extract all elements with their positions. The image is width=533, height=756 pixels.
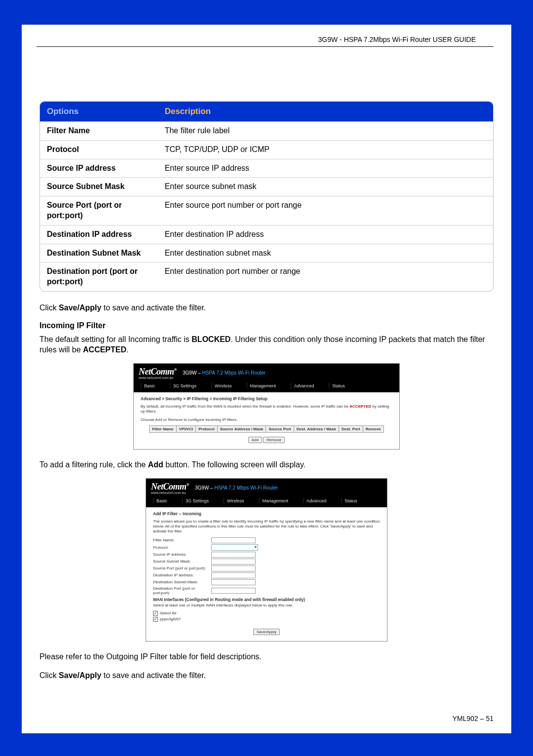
router-model-title: 3G9W – HSPA 7.2 Mbps Wi-Fi Router — [183, 370, 266, 376]
router-model-title: 3G9W – HSPA 7.2 Mbps Wi-Fi Router — [195, 485, 278, 491]
info-text-2: Choose Add or Remove to configure incomi… — [141, 417, 392, 422]
netcomm-logo: NetComm® — [151, 482, 189, 491]
save-apply-button[interactable]: Save/Apply — [253, 629, 280, 635]
nav-management[interactable]: Management — [247, 383, 276, 388]
row-filter-name: Filter Name: — [153, 537, 380, 543]
para-saveapply-1: Click Save/Apply to save and activate th… — [39, 302, 494, 313]
table-row: Source Subnet MaskEnter source subnet ma… — [40, 177, 493, 196]
nav-advanced[interactable]: Advanced — [291, 383, 314, 388]
source-mask-input[interactable] — [211, 559, 256, 565]
dest-port-input[interactable] — [211, 588, 256, 594]
para-saveapply-2: Click Save/Apply to save and activate th… — [39, 670, 494, 681]
page-header: 3G9W - HSPA 7.2Mbps Wi-Fi Router USER GU… — [37, 25, 494, 47]
table-row: Destination port (port or port:port)Ente… — [40, 262, 493, 291]
options-table: Options Description Filter NameThe filte… — [39, 101, 494, 292]
nav-status[interactable]: Status — [329, 383, 345, 388]
row-src-mask: Source Subnet Mask: — [153, 559, 380, 565]
row-src-port: Source Port (port or port:port): — [153, 566, 380, 571]
para-refer-outgoing: Please refer to the Outgoing IP Filter t… — [39, 651, 494, 662]
heading-incoming-ip-filter: Incoming IP Filter — [39, 321, 494, 330]
nav-3g-settings[interactable]: 3G Settings — [182, 498, 209, 503]
row-dst-port: Destination Port (port or port:port): — [153, 586, 380, 595]
para-incoming-desc: The default setting for all Incoming tra… — [39, 334, 494, 355]
filter-name-input[interactable] — [211, 537, 256, 543]
checkbox-select-all[interactable]: Select All — [153, 611, 380, 616]
para-add-rule: To add a filtering rule, click the Add b… — [39, 459, 494, 470]
table-row: Destination Subnet MaskEnter destination… — [40, 244, 493, 263]
breadcrumb-add: Add IP Filter -- Incoming — [153, 511, 380, 516]
protocol-select[interactable] — [211, 544, 258, 551]
row-src-ip: Source IP address: — [153, 552, 380, 558]
table-row: Destination IP addressEnter destination … — [40, 225, 493, 244]
wan-interfaces-sub: Select at least one or multiple WAN inte… — [153, 603, 380, 608]
filter-list-table: Filter Name VPI/VCI Protocol Source Addr… — [149, 425, 384, 433]
page-number: YML902 – 51 — [453, 715, 494, 722]
nav-management[interactable]: Management — [259, 498, 289, 503]
table-row: ProtocolTCP, TCP/UDP, UDP or ICMP — [40, 140, 493, 159]
table-row: Source Port (port or port:port)Enter sou… — [40, 196, 493, 225]
row-dst-mask: Destination Subnet Mask: — [153, 579, 380, 585]
dest-ip-input[interactable] — [211, 572, 256, 578]
source-port-input[interactable] — [211, 566, 256, 571]
nav-wireless[interactable]: Wireless — [224, 498, 244, 503]
nav-basic[interactable]: Basic — [153, 498, 167, 503]
checkbox-icon[interactable] — [153, 611, 158, 616]
info-text: By default, all incoming IP traffic from… — [141, 404, 392, 415]
breadcrumb: Advanced > Security > IP Filtering > Inc… — [141, 396, 392, 401]
nav-3g-settings[interactable]: 3G Settings — [170, 383, 196, 388]
netcomm-logo: NetComm® — [139, 367, 177, 377]
wan-interfaces-heading: WAN Interfaces (Configured in Routing mo… — [153, 597, 380, 602]
nav-basic[interactable]: Basic — [141, 383, 155, 388]
source-ip-input[interactable] — [211, 552, 256, 558]
table-row: Filter NameThe filter rule label — [40, 121, 493, 140]
row-dst-ip: Destination IP address: — [153, 572, 380, 578]
nav-wireless[interactable]: Wireless — [211, 383, 232, 388]
router-nav: Basic 3G Settings Wireless Management Ad… — [134, 380, 399, 392]
checkbox-interface[interactable]: pppo3g0/07 — [153, 617, 380, 622]
screenshot-add-filter: NetComm® www.netcomm.com.au 3G9W – HSPA … — [146, 478, 387, 642]
add-button[interactable]: Add — [248, 437, 262, 443]
table-row: Source IP addressEnter source IP address — [40, 159, 493, 178]
nav-advanced[interactable]: Advanced — [303, 498, 326, 503]
col-options: Options — [40, 102, 158, 121]
screenshot-incoming-setup: NetComm® www.netcomm.com.au 3G9W – HSPA … — [133, 363, 400, 450]
dest-mask-input[interactable] — [211, 579, 256, 585]
router-nav: Basic 3G Settings Wireless Management Ad… — [146, 495, 387, 507]
checkbox-icon[interactable] — [153, 617, 158, 622]
nav-status[interactable]: Status — [341, 498, 357, 503]
add-filter-desc: The screen allows you to create a filter… — [153, 519, 380, 534]
col-description: Description — [158, 102, 493, 121]
remove-button[interactable]: Remove — [263, 437, 285, 443]
row-protocol: Protocol: — [153, 544, 380, 551]
